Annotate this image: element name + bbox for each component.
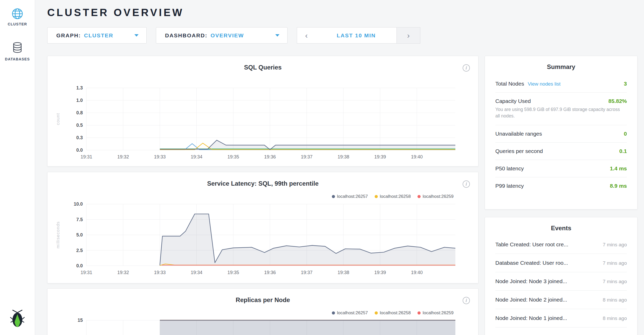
summary-label: P50 latency bbox=[495, 165, 524, 172]
summary-value: 3 bbox=[624, 81, 627, 87]
legend-item[interactable]: localhost:26257 bbox=[332, 310, 368, 316]
sql-queries-plot: 0.00.30.50.81.01.319:3119:3219:3319:3419… bbox=[47, 84, 478, 163]
events-rows: Table Created: User root cre...7 mins ag… bbox=[485, 235, 637, 327]
chart-legend: localhost:26257localhost:26258localhost:… bbox=[332, 310, 454, 316]
charts-column: SQL Queries i 0.00.30.50.81.01.319:3119:… bbox=[47, 56, 478, 335]
chart-card-service-latency: Service Latency: SQL, 99th percentile i … bbox=[47, 172, 478, 283]
info-icon[interactable]: i bbox=[463, 64, 470, 72]
svg-text:19:37: 19:37 bbox=[301, 270, 312, 275]
page-title: CLUSTER OVERVIEW bbox=[47, 7, 638, 18]
view-nodes-link[interactable]: View nodes list bbox=[528, 81, 560, 87]
sidebar-item-databases[interactable]: DATABASES bbox=[5, 42, 30, 61]
event-row[interactable]: Node Joined: Node 1 joined...8 mins ago bbox=[495, 309, 627, 327]
chevron-down-icon bbox=[275, 34, 279, 37]
summary-value: 0.1 bbox=[619, 148, 627, 154]
graph-dropdown[interactable]: GRAPH: CLUSTER bbox=[47, 27, 147, 44]
time-range-selector: ‹ LAST 10 MIN › bbox=[297, 27, 420, 44]
svg-text:1.0: 1.0 bbox=[76, 98, 83, 103]
event-text: Node Joined: Node 1 joined... bbox=[495, 315, 567, 321]
summary-row: Total NodesView nodes list3 bbox=[495, 75, 627, 93]
chart-title: Replicas per Node bbox=[47, 289, 478, 304]
globe-icon bbox=[11, 8, 23, 20]
event-row[interactable]: Table Created: User root cre...7 mins ag… bbox=[495, 235, 627, 254]
legend-dot-icon bbox=[417, 195, 421, 198]
summary-label: Queries per second bbox=[495, 148, 543, 154]
summary-card: Summary Total NodesView nodes list3Capac… bbox=[485, 56, 638, 210]
svg-text:19:36: 19:36 bbox=[264, 154, 276, 159]
info-icon[interactable]: i bbox=[463, 180, 470, 188]
info-icon[interactable]: i bbox=[463, 297, 470, 304]
svg-text:0.0: 0.0 bbox=[76, 263, 83, 268]
event-row[interactable]: Database Created: User roo...7 mins ago bbox=[495, 254, 627, 272]
legend-item[interactable]: localhost:26259 bbox=[417, 194, 454, 199]
controls-bar: GRAPH: CLUSTER DASHBOARD: OVERVIEW ‹ LAS… bbox=[47, 27, 638, 44]
event-row[interactable]: Node Joined: Node 3 joined...7 mins ago bbox=[495, 272, 627, 291]
chart-title: SQL Queries bbox=[47, 56, 478, 71]
summary-row: P50 latency1.4 ms bbox=[495, 160, 627, 177]
summary-row: P99 latency8.9 ms bbox=[495, 177, 627, 194]
chart-svg-replicas-per-node: 1519:3119:3219:3319:3419:3519:3619:3719:… bbox=[47, 316, 478, 335]
chart-svg-service-latency-p99: 0.02.55.07.510.019:3119:3219:3319:3419:3… bbox=[47, 200, 478, 278]
event-text: Database Created: User roo... bbox=[495, 260, 568, 266]
legend-item[interactable]: localhost:26259 bbox=[417, 310, 454, 316]
events-card: Events Table Created: User root cre...7 … bbox=[485, 217, 638, 335]
cockroach-logo-icon[interactable] bbox=[10, 310, 25, 329]
summary-value: 1.4 ms bbox=[610, 165, 627, 172]
svg-text:milliseconds: milliseconds bbox=[56, 221, 60, 249]
svg-text:0.0: 0.0 bbox=[76, 148, 83, 153]
legend-dot-icon bbox=[332, 311, 335, 315]
svg-text:0.3: 0.3 bbox=[76, 135, 83, 140]
event-time: 7 mins ago bbox=[599, 242, 627, 248]
legend-item[interactable]: localhost:26257 bbox=[332, 194, 368, 199]
chart-card-replicas-per-node: Replicas per Node i localhost:26257local… bbox=[47, 288, 478, 335]
legend-item[interactable]: localhost:26258 bbox=[375, 310, 411, 316]
svg-text:19:36: 19:36 bbox=[264, 270, 276, 275]
svg-text:19:32: 19:32 bbox=[117, 270, 129, 275]
summary-label: Total Nodes bbox=[495, 81, 524, 87]
database-icon bbox=[12, 42, 23, 55]
legend-dot-icon bbox=[332, 195, 335, 198]
chart-title: Service Latency: SQL, 99th percentile bbox=[47, 172, 478, 187]
chart-card-sql-queries: SQL Queries i 0.00.30.50.81.01.319:3119:… bbox=[47, 56, 478, 166]
event-text: Node Joined: Node 2 joined... bbox=[495, 297, 567, 303]
event-time: 8 mins ago bbox=[599, 297, 627, 303]
legend-label: localhost:26257 bbox=[337, 194, 368, 199]
summary-label: Unavailable ranges bbox=[495, 131, 542, 137]
event-time: 7 mins ago bbox=[599, 279, 627, 284]
event-row[interactable]: Node Joined: Node 2 joined...8 mins ago bbox=[495, 291, 627, 309]
svg-text:5.0: 5.0 bbox=[76, 232, 83, 238]
event-time: 7 mins ago bbox=[599, 260, 627, 266]
legend-item[interactable]: localhost:26258 bbox=[375, 194, 411, 199]
time-next-button[interactable]: › bbox=[396, 27, 420, 44]
chart-svg-sql-queries: 0.00.30.50.81.01.319:3119:3219:3319:3419… bbox=[47, 84, 478, 163]
svg-text:7.5: 7.5 bbox=[76, 217, 83, 222]
main-content: CLUSTER OVERVIEW GRAPH: CLUSTER DASHBOAR… bbox=[35, 0, 644, 335]
time-range-value[interactable]: LAST 10 MIN bbox=[316, 27, 397, 44]
time-prev-button[interactable]: ‹ bbox=[297, 27, 316, 44]
svg-text:19:37: 19:37 bbox=[301, 154, 312, 159]
sidebar-item-label: DATABASES bbox=[5, 57, 30, 61]
svg-text:10.0: 10.0 bbox=[74, 201, 83, 207]
svg-text:19:40: 19:40 bbox=[411, 154, 423, 159]
event-time: 8 mins ago bbox=[599, 316, 627, 321]
summary-label: Capacity Used bbox=[495, 98, 531, 104]
summary-row: Queries per second0.1 bbox=[495, 143, 627, 160]
legend-dot-icon bbox=[417, 311, 421, 315]
svg-text:19:33: 19:33 bbox=[154, 154, 166, 159]
summary-value: 85.82% bbox=[608, 98, 627, 104]
service-latency-plot: 0.02.55.07.510.019:3119:3219:3319:3419:3… bbox=[47, 200, 478, 278]
sidebar-item-cluster[interactable]: CLUSTER bbox=[8, 8, 27, 26]
svg-text:19:32: 19:32 bbox=[117, 154, 129, 159]
legend-label: localhost:26257 bbox=[337, 310, 368, 316]
dashboard-dropdown[interactable]: DASHBOARD: OVERVIEW bbox=[156, 27, 287, 44]
svg-text:19:35: 19:35 bbox=[227, 154, 239, 159]
svg-text:2.5: 2.5 bbox=[76, 248, 83, 253]
replicas-per-node-plot: 1519:3119:3219:3319:3419:3519:3619:3719:… bbox=[47, 316, 478, 335]
content-area: SQL Queries i 0.00.30.50.81.01.319:3119:… bbox=[47, 56, 638, 335]
svg-text:19:39: 19:39 bbox=[374, 270, 386, 275]
summary-row: Capacity Used85.82%You are using 598.9 G… bbox=[495, 93, 627, 125]
svg-text:19:34: 19:34 bbox=[191, 270, 202, 275]
sidebar: CLUSTER DATABASES bbox=[0, 0, 35, 335]
svg-text:19:38: 19:38 bbox=[338, 154, 349, 159]
legend-dot-icon bbox=[375, 195, 378, 198]
